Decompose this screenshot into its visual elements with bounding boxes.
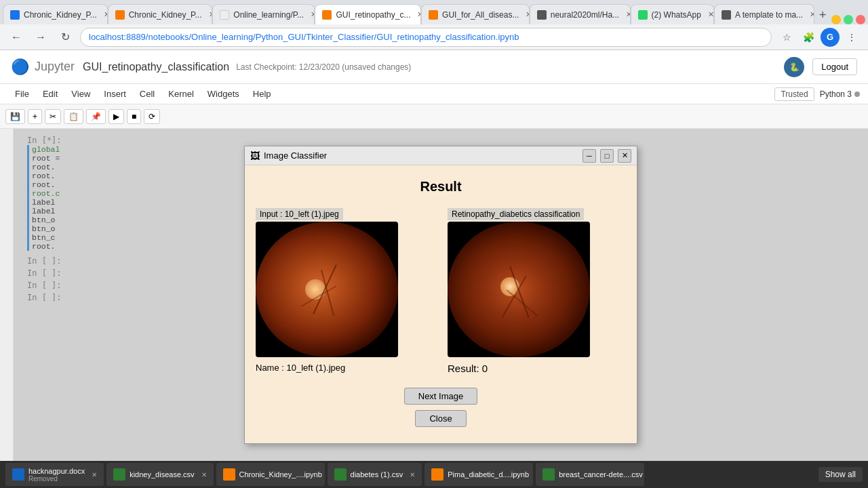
browser-window: Chronic_Kidney_P... ✕ Chronic_Kidney_P..…	[0, 0, 868, 488]
tab-3-label: Online_learning/P...	[233, 10, 304, 20]
forward-button[interactable]: →	[31, 28, 50, 47]
jupyter-content: In [*]: global root = root. root. root. …	[0, 129, 868, 461]
menu-edit[interactable]: Edit	[36, 86, 64, 102]
tab-6-close[interactable]: ✕	[626, 10, 630, 19]
close-button-dialog[interactable]: Close	[415, 410, 466, 427]
taskbar: hacknagpur.docx Removed ✕ kidney_disease…	[0, 461, 868, 488]
tab-4[interactable]: GUI_retinopathy_c... ✕	[315, 4, 421, 24]
save-toolbar-btn[interactable]: 💾	[5, 109, 25, 124]
taskbar-icon-5	[431, 468, 443, 481]
add-cell-btn[interactable]: +	[28, 109, 42, 124]
maximize-button[interactable]	[844, 15, 853, 24]
logout-button[interactable]: Logout	[812, 58, 857, 75]
jupyter-right: 🐍 Logout	[784, 57, 857, 77]
minimize-dialog-btn[interactable]: ─	[583, 149, 596, 163]
taskbar-item-4[interactable]: diabetes (1).csv ✕	[328, 463, 422, 486]
jupyter-brand: Jupyter	[35, 60, 75, 74]
taskbar-icon-2	[113, 468, 125, 481]
extensions-icon[interactable]: 🧩	[799, 28, 818, 47]
address-input[interactable]	[80, 28, 772, 47]
menu-file[interactable]: File	[8, 86, 36, 102]
address-bar: ← → ↻ ☆ 🧩 G ⋮	[0, 24, 868, 50]
input-image-panel: Input : 10_left (1).jpeg	[256, 208, 434, 373]
taskbar-item-6[interactable]: breast_cancer-dete....csv ✕	[536, 463, 644, 486]
menu-widgets[interactable]: Widgets	[201, 86, 246, 102]
tab-1-close[interactable]: ✕	[104, 10, 108, 19]
tab-7[interactable]: (2) WhatsApp ✕	[631, 4, 715, 24]
bookmarks-icon[interactable]: ☆	[777, 28, 796, 47]
tkinter-title-text: Image Classifier	[264, 150, 578, 161]
tkinter-body: Result Input : 10_left (1).jpeg	[245, 165, 637, 443]
tab-7-close[interactable]: ✕	[708, 10, 714, 19]
jupyter-title-area: GUI_retinopathy_classification Last Chec…	[83, 61, 411, 73]
close-dialog-btn[interactable]: ✕	[618, 149, 631, 163]
jupyter-sidebar	[0, 129, 14, 461]
tab-6-favicon	[537, 10, 547, 20]
taskbar-item-5[interactable]: Pima_diabetic_d....ipynb ✕	[425, 463, 533, 486]
taskbar-item-1[interactable]: hacknagpur.docx Removed ✕	[5, 463, 104, 486]
tab-5[interactable]: GUI_for_All_diseas... ✕	[421, 4, 530, 24]
tab-7-favicon	[638, 10, 648, 20]
taskbar-label-1: hacknagpur.docx Removed	[28, 467, 85, 483]
back-button[interactable]: ←	[7, 28, 26, 47]
copy-cell-btn[interactable]: 📋	[64, 109, 83, 124]
tab-6[interactable]: neural2020ml/Ha... ✕	[530, 4, 631, 24]
taskbar-icon-3	[223, 468, 235, 481]
tab-5-close[interactable]: ✕	[526, 10, 529, 19]
minimize-button[interactable]	[831, 15, 841, 24]
show-all-button[interactable]: Show all	[818, 467, 863, 482]
taskbar-close-4[interactable]: ✕	[410, 471, 415, 479]
menu-icon[interactable]: ⋮	[842, 28, 861, 47]
taskbar-label-2: kidney_disease.csv	[130, 470, 194, 479]
run-cell-btn[interactable]: ▶	[108, 109, 124, 124]
menu-insert[interactable]: Insert	[97, 86, 133, 102]
jupyter-logo: 🔵 Jupyter	[11, 58, 75, 76]
menu-view[interactable]: View	[64, 86, 97, 102]
taskbar-icon-1	[12, 468, 24, 481]
tab-2-label: Chronic_Kidney_P...	[129, 10, 202, 20]
taskbar-label-6: breast_cancer-dete....csv	[559, 470, 643, 479]
tab-5-favicon	[429, 10, 438, 20]
paste-cell-btn[interactable]: 📌	[86, 109, 106, 124]
tab-8-favicon	[722, 10, 731, 20]
output-image-panel: Retinopathy_diabetics classification	[448, 208, 626, 374]
tkinter-title-icon: 🖼	[250, 150, 260, 161]
tab-2[interactable]: Chronic_Kidney_P... ✕	[108, 4, 213, 24]
notebook-name: GUI_retinopathy_classification	[83, 61, 229, 73]
restart-kernel-btn[interactable]: ⟳	[144, 109, 160, 124]
next-image-button[interactable]: Next Image	[404, 388, 477, 405]
maximize-dialog-btn[interactable]: □	[600, 149, 614, 163]
menu-bar: File Edit View Insert Cell Kernel Widget…	[0, 84, 868, 104]
tab-3[interactable]: Online_learning/P... ✕	[212, 4, 315, 24]
cut-cell-btn[interactable]: ✂	[45, 109, 61, 124]
taskbar-close-2[interactable]: ✕	[201, 471, 207, 479]
checkpoint-info: Last Checkpoint: 12/23/2020 (unsaved cha…	[236, 62, 411, 72]
tab-8[interactable]: A template to ma... ✕	[714, 4, 814, 24]
input-retina-image	[256, 222, 398, 357]
tab-1-label: Chronic_Kidney_P...	[24, 10, 97, 20]
taskbar-close-1[interactable]: ✕	[92, 471, 97, 479]
new-tab-button[interactable]: +	[814, 5, 831, 24]
jupyter-area: 🔵 Jupyter GUI_retinopathy_classification…	[0, 50, 868, 461]
images-row: Input : 10_left (1).jpeg	[256, 208, 626, 374]
taskbar-label-5: Pima_diabetic_d....ipynb	[448, 470, 529, 479]
tab-1-favicon	[10, 10, 20, 20]
reload-button[interactable]: ↻	[56, 28, 75, 47]
menu-help[interactable]: Help	[246, 86, 278, 102]
tab-7-label: (2) WhatsApp	[652, 10, 701, 20]
interrupt-kernel-btn[interactable]: ■	[127, 109, 141, 124]
kernel-status-dot	[854, 92, 860, 97]
tkinter-titlebar: 🖼 Image Classifier ─ □ ✕	[245, 146, 637, 165]
taskbar-label-4: diabetes (1).csv	[351, 470, 403, 479]
menu-kernel[interactable]: Kernel	[161, 86, 201, 102]
taskbar-item-3[interactable]: Chronic_Kidney_....ipynb ✕	[216, 463, 325, 486]
menu-right: Trusted Python 3	[774, 87, 860, 101]
kernel-info: Python 3	[820, 89, 860, 99]
taskbar-right: Show all	[818, 467, 863, 482]
taskbar-item-2[interactable]: kidney_disease.csv ✕	[106, 463, 213, 486]
close-button[interactable]	[856, 15, 865, 24]
tab-3-favicon	[220, 10, 229, 20]
menu-cell[interactable]: Cell	[133, 86, 161, 102]
profile-icon[interactable]: G	[821, 28, 840, 47]
tab-1[interactable]: Chronic_Kidney_P... ✕	[3, 4, 108, 24]
